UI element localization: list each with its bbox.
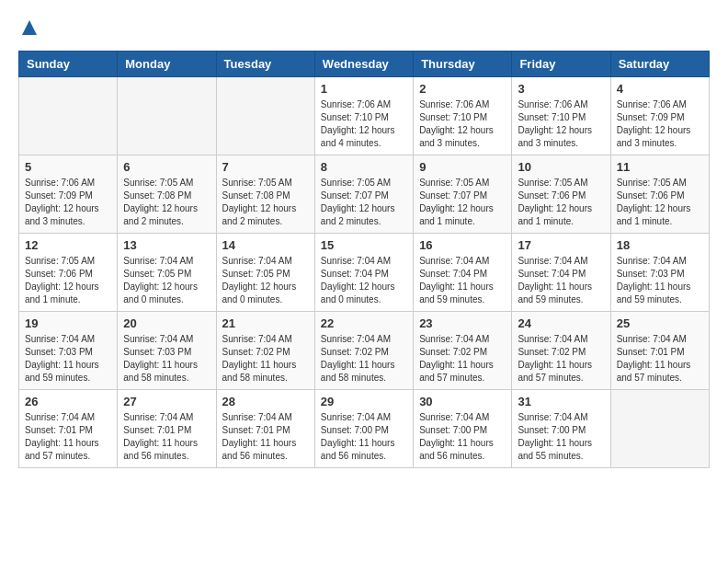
logo: [18, 18, 39, 41]
day-number: 27: [123, 395, 210, 408]
day-info: Sunrise: 7:04 AM Sunset: 7:05 PM Dayligh…: [222, 255, 309, 306]
calendar-cell: 25Sunrise: 7:04 AM Sunset: 7:01 PM Dayli…: [610, 312, 709, 390]
day-header-tuesday: Tuesday: [216, 52, 314, 77]
day-info: Sunrise: 7:04 AM Sunset: 7:05 PM Dayligh…: [123, 255, 210, 306]
day-number: 20: [123, 316, 210, 330]
calendar-table: SundayMondayTuesdayWednesdayThursdayFrid…: [18, 51, 710, 468]
day-header-thursday: Thursday: [414, 52, 512, 77]
calendar-cell: 28Sunrise: 7:04 AM Sunset: 7:01 PM Dayli…: [216, 390, 314, 468]
day-info: Sunrise: 7:06 AM Sunset: 7:10 PM Dayligh…: [321, 98, 407, 150]
calendar-cell: 14Sunrise: 7:04 AM Sunset: 7:05 PM Dayli…: [216, 234, 314, 312]
calendar-header-row: SundayMondayTuesdayWednesdayThursdayFrid…: [19, 52, 710, 77]
calendar-cell: 8Sunrise: 7:05 AM Sunset: 7:07 PM Daylig…: [314, 155, 413, 234]
page-header: [18, 18, 710, 41]
day-info: Sunrise: 7:06 AM Sunset: 7:09 PM Dayligh…: [25, 177, 111, 228]
day-number: 25: [617, 316, 703, 330]
calendar-cell: 9Sunrise: 7:05 AM Sunset: 7:07 PM Daylig…: [414, 155, 512, 234]
day-info: Sunrise: 7:04 AM Sunset: 7:03 PM Dayligh…: [25, 333, 111, 385]
day-info: Sunrise: 7:04 AM Sunset: 7:03 PM Dayligh…: [123, 333, 210, 385]
day-number: 1: [321, 82, 407, 96]
day-info: Sunrise: 7:04 AM Sunset: 7:04 PM Dayligh…: [419, 255, 506, 306]
day-info: Sunrise: 7:06 AM Sunset: 7:10 PM Dayligh…: [518, 98, 604, 150]
calendar-cell: 3Sunrise: 7:06 AM Sunset: 7:10 PM Daylig…: [512, 77, 610, 155]
logo-icon: [20, 18, 39, 37]
day-info: Sunrise: 7:05 AM Sunset: 7:08 PM Dayligh…: [222, 177, 309, 228]
calendar-cell: 4Sunrise: 7:06 AM Sunset: 7:09 PM Daylig…: [610, 77, 709, 155]
calendar-cell: [216, 77, 314, 155]
day-number: 13: [123, 238, 210, 252]
day-header-saturday: Saturday: [610, 52, 709, 77]
day-info: Sunrise: 7:06 AM Sunset: 7:09 PM Dayligh…: [617, 98, 703, 150]
day-info: Sunrise: 7:04 AM Sunset: 7:04 PM Dayligh…: [518, 255, 604, 306]
day-number: 8: [321, 160, 407, 174]
day-number: 29: [321, 395, 407, 408]
calendar-cell: 26Sunrise: 7:04 AM Sunset: 7:01 PM Dayli…: [19, 390, 118, 468]
day-info: Sunrise: 7:04 AM Sunset: 7:01 PM Dayligh…: [123, 411, 210, 463]
day-number: 10: [518, 160, 604, 174]
calendar-cell: 23Sunrise: 7:04 AM Sunset: 7:02 PM Dayli…: [414, 312, 512, 390]
day-number: 23: [419, 316, 506, 330]
day-info: Sunrise: 7:05 AM Sunset: 7:06 PM Dayligh…: [25, 255, 111, 306]
calendar-cell: 22Sunrise: 7:04 AM Sunset: 7:02 PM Dayli…: [314, 312, 413, 390]
calendar-cell: 19Sunrise: 7:04 AM Sunset: 7:03 PM Dayli…: [19, 312, 118, 390]
day-info: Sunrise: 7:04 AM Sunset: 7:03 PM Dayligh…: [617, 255, 703, 306]
day-number: 26: [25, 395, 111, 408]
calendar-cell: [118, 77, 216, 155]
calendar-week-row: 26Sunrise: 7:04 AM Sunset: 7:01 PM Dayli…: [19, 390, 710, 468]
day-number: 14: [222, 238, 309, 252]
calendar-week-row: 5Sunrise: 7:06 AM Sunset: 7:09 PM Daylig…: [19, 155, 710, 234]
day-number: 3: [518, 82, 604, 96]
day-header-wednesday: Wednesday: [314, 52, 413, 77]
day-info: Sunrise: 7:04 AM Sunset: 7:01 PM Dayligh…: [617, 333, 703, 385]
day-number: 19: [25, 316, 111, 330]
calendar-cell: 20Sunrise: 7:04 AM Sunset: 7:03 PM Dayli…: [118, 312, 216, 390]
calendar-cell: 24Sunrise: 7:04 AM Sunset: 7:02 PM Dayli…: [512, 312, 610, 390]
calendar-cell: 11Sunrise: 7:05 AM Sunset: 7:06 PM Dayli…: [610, 155, 709, 234]
calendar-cell: 29Sunrise: 7:04 AM Sunset: 7:00 PM Dayli…: [314, 390, 413, 468]
day-info: Sunrise: 7:05 AM Sunset: 7:07 PM Dayligh…: [321, 177, 407, 228]
calendar-cell: 15Sunrise: 7:04 AM Sunset: 7:04 PM Dayli…: [314, 234, 413, 312]
day-info: Sunrise: 7:04 AM Sunset: 7:00 PM Dayligh…: [419, 411, 506, 463]
day-header-friday: Friday: [512, 52, 610, 77]
calendar-week-row: 12Sunrise: 7:05 AM Sunset: 7:06 PM Dayli…: [19, 234, 710, 312]
day-number: 30: [419, 395, 506, 408]
day-number: 11: [617, 160, 703, 174]
day-info: Sunrise: 7:05 AM Sunset: 7:06 PM Dayligh…: [518, 177, 604, 228]
day-number: 22: [321, 316, 407, 330]
day-number: 24: [518, 316, 604, 330]
calendar-cell: 17Sunrise: 7:04 AM Sunset: 7:04 PM Dayli…: [512, 234, 610, 312]
calendar-cell: 6Sunrise: 7:05 AM Sunset: 7:08 PM Daylig…: [118, 155, 216, 234]
day-info: Sunrise: 7:04 AM Sunset: 7:01 PM Dayligh…: [222, 411, 309, 463]
calendar-cell: 16Sunrise: 7:04 AM Sunset: 7:04 PM Dayli…: [414, 234, 512, 312]
day-number: 9: [419, 160, 506, 174]
calendar-cell: 12Sunrise: 7:05 AM Sunset: 7:06 PM Dayli…: [19, 234, 118, 312]
day-info: Sunrise: 7:04 AM Sunset: 7:02 PM Dayligh…: [321, 333, 407, 385]
day-number: 5: [25, 160, 111, 174]
calendar-cell: 27Sunrise: 7:04 AM Sunset: 7:01 PM Dayli…: [118, 390, 216, 468]
calendar-cell: 2Sunrise: 7:06 AM Sunset: 7:10 PM Daylig…: [414, 77, 512, 155]
calendar-cell: 18Sunrise: 7:04 AM Sunset: 7:03 PM Dayli…: [610, 234, 709, 312]
calendar-cell: 30Sunrise: 7:04 AM Sunset: 7:00 PM Dayli…: [414, 390, 512, 468]
day-number: 2: [419, 82, 506, 96]
day-number: 15: [321, 238, 407, 252]
day-info: Sunrise: 7:04 AM Sunset: 7:02 PM Dayligh…: [419, 333, 506, 385]
day-info: Sunrise: 7:05 AM Sunset: 7:08 PM Dayligh…: [123, 177, 210, 228]
day-number: 31: [518, 395, 604, 408]
day-info: Sunrise: 7:05 AM Sunset: 7:06 PM Dayligh…: [617, 177, 703, 228]
day-number: 21: [222, 316, 309, 330]
calendar-body: 1Sunrise: 7:06 AM Sunset: 7:10 PM Daylig…: [19, 77, 710, 468]
day-number: 4: [617, 82, 703, 96]
calendar-cell: 13Sunrise: 7:04 AM Sunset: 7:05 PM Dayli…: [118, 234, 216, 312]
day-header-monday: Monday: [118, 52, 216, 77]
day-info: Sunrise: 7:05 AM Sunset: 7:07 PM Dayligh…: [419, 177, 506, 228]
day-info: Sunrise: 7:04 AM Sunset: 7:04 PM Dayligh…: [321, 255, 407, 306]
calendar-cell: 21Sunrise: 7:04 AM Sunset: 7:02 PM Dayli…: [216, 312, 314, 390]
calendar-cell: [19, 77, 118, 155]
day-number: 18: [617, 238, 703, 252]
day-info: Sunrise: 7:04 AM Sunset: 7:02 PM Dayligh…: [222, 333, 309, 385]
day-number: 12: [25, 238, 111, 252]
svg-marker-0: [22, 20, 37, 35]
day-number: 28: [222, 395, 309, 408]
day-number: 17: [518, 238, 604, 252]
calendar-cell: [610, 390, 709, 468]
